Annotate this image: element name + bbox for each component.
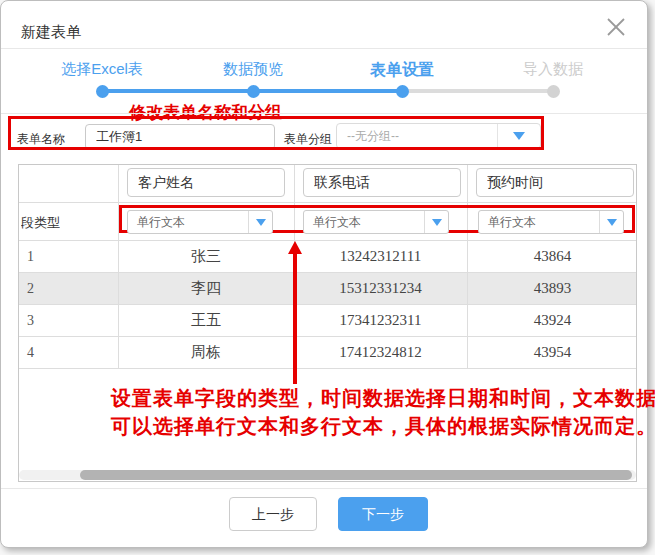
new-form-dialog: 新建表单 选择Excel表 数据预览 表单设置 导入数据 修改表单名称和分组 表…: [0, 0, 648, 548]
step-dot-4[interactable]: [547, 85, 560, 98]
field-type-row-label: 段类型: [21, 214, 60, 232]
cell-time: 43954: [467, 337, 638, 368]
step-dot-2[interactable]: [247, 85, 260, 98]
chevron-down-icon[interactable]: [424, 211, 448, 233]
annotation-box-form-row: [8, 116, 544, 150]
field-type-value: 单行文本: [488, 211, 536, 233]
field-type-select-1[interactable]: 单行文本: [127, 210, 273, 234]
dialog-title: 新建表单: [21, 23, 81, 42]
step-select-excel[interactable]: 选择Excel表: [61, 60, 143, 79]
step-form-settings[interactable]: 表单设置: [370, 60, 434, 81]
cell-name: 李四: [118, 273, 294, 304]
chevron-down-icon[interactable]: [248, 211, 272, 233]
previous-step-button[interactable]: 上一步: [229, 497, 317, 531]
cell-time: 43864: [467, 241, 638, 272]
cell-time: 43893: [467, 273, 638, 304]
row-index: 4: [27, 337, 107, 368]
cell-phone: 13242312111: [294, 241, 467, 272]
row-divider: [19, 202, 636, 203]
row-index: 1: [27, 241, 107, 272]
stepper-remaining-line: [402, 89, 553, 93]
next-step-button[interactable]: 下一步: [338, 497, 428, 531]
stepper-divider: [1, 113, 647, 114]
annotation-field-note-line1: 设置表单字段的类型，时间数据选择日期和时间，文本数据: [111, 384, 655, 412]
field-type-value: 单行文本: [137, 211, 185, 233]
table-row: 3 王五 17341232311 43924: [19, 305, 638, 336]
step-data-preview[interactable]: 数据预览: [223, 60, 283, 79]
row-divider: [19, 368, 636, 369]
table-row: 2 李四 15312331234 43893: [19, 273, 638, 304]
column-header-input-3[interactable]: [476, 168, 634, 197]
step-import-data[interactable]: 导入数据: [523, 60, 583, 79]
close-icon[interactable]: [605, 16, 627, 38]
footer-divider: [1, 488, 647, 489]
cell-phone: 17412324812: [294, 337, 467, 368]
field-type-select-3[interactable]: 单行文本: [478, 210, 624, 234]
cell-phone: 17341232311: [294, 305, 467, 336]
row-index: 3: [27, 305, 107, 336]
annotation-field-note-line2: 可以选择单行文本和多行文本，具体的根据实际情况而定。: [111, 412, 655, 440]
chevron-down-icon[interactable]: [599, 211, 623, 233]
step-dot-1[interactable]: [96, 85, 109, 98]
row-index: 2: [27, 273, 107, 304]
column-header-input-1[interactable]: [127, 168, 285, 197]
cell-name: 张三: [118, 241, 294, 272]
annotation-field-note: 设置表单字段的类型，时间数据选择日期和时间，文本数据 可以选择单行文本和多行文本…: [111, 384, 655, 440]
horizontal-scrollbar-thumb[interactable]: [80, 470, 632, 480]
field-type-select-2[interactable]: 单行文本: [303, 210, 449, 234]
table-row: 1 张三 13242312111 43864: [19, 241, 638, 272]
cell-phone: 15312331234: [294, 273, 467, 304]
header-divider: [1, 48, 647, 49]
column-header-input-2[interactable]: [303, 168, 461, 197]
cell-name: 周栋: [118, 337, 294, 368]
cell-name: 王五: [118, 305, 294, 336]
field-type-value: 单行文本: [313, 211, 361, 233]
cell-time: 43924: [467, 305, 638, 336]
table-row: 4 周栋 17412324812 43954: [19, 337, 638, 368]
annotation-arrow-line: [293, 253, 297, 384]
step-dot-3[interactable]: [396, 85, 409, 98]
